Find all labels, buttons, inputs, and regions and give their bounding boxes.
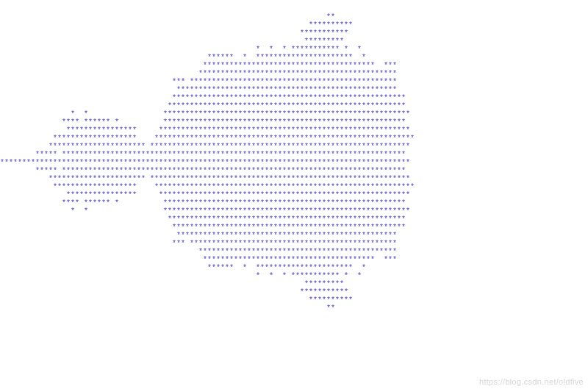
source-watermark: https://blog.csdn.net/oldfive	[479, 377, 584, 386]
ascii-art-block: ** ********** ***********	[0, 13, 415, 313]
